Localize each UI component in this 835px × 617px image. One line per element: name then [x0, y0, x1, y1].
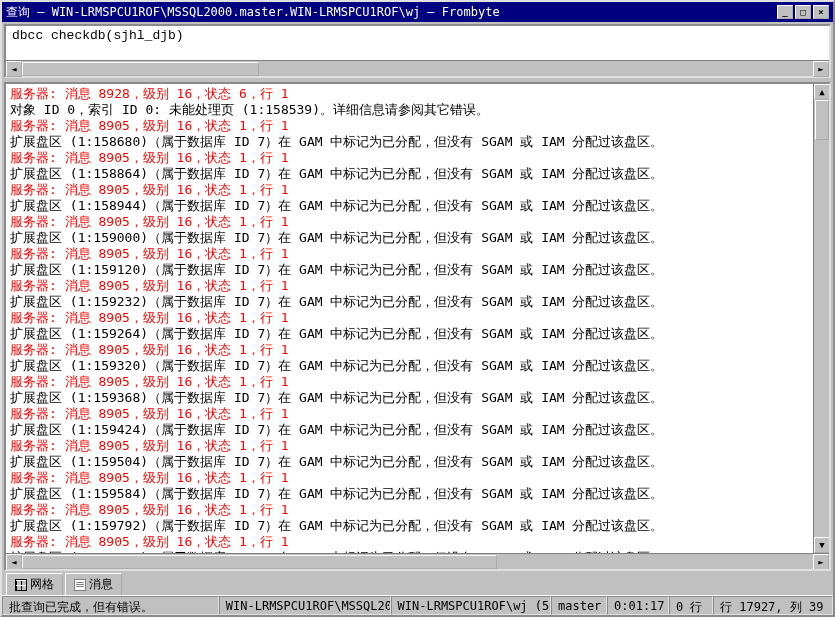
status-rows: 0 行: [669, 596, 713, 615]
results-pane: 服务器: 消息 8928，级别 16，状态 6，行 1对象 ID 0，索引 ID…: [4, 82, 831, 571]
titlebar[interactable]: 查询 — WIN-LRMSPCU1ROF\MSSQL2000.master.WI…: [2, 2, 833, 22]
message-line: 扩展盘区 (1:159584)（属于数据库 ID 7）在 GAM 中标记为已分配…: [10, 486, 825, 502]
message-line: 扩展盘区 (1:158944)（属于数据库 ID 7）在 GAM 中标记为已分配…: [10, 198, 825, 214]
scroll-right-icon[interactable]: ►: [813, 61, 829, 77]
scroll-up-icon[interactable]: ▲: [814, 84, 830, 100]
scroll-left-icon[interactable]: ◄: [6, 554, 22, 570]
tab-grid-label: 网格: [30, 576, 54, 593]
window-buttons: _ □ ×: [777, 5, 829, 19]
status-user: WIN-LRMSPCU1ROF\wj (52): [391, 596, 551, 615]
minimize-button[interactable]: _: [777, 5, 793, 19]
tab-grid[interactable]: 网格: [6, 573, 63, 595]
maximize-button[interactable]: □: [795, 5, 811, 19]
message-line: 服务器: 消息 8905，级别 16，状态 1，行 1: [10, 438, 825, 454]
message-line: 服务器: 消息 8928，级别 16，状态 6，行 1: [10, 86, 825, 102]
scroll-thumb[interactable]: [22, 62, 259, 76]
message-line: 服务器: 消息 8905，级别 16，状态 1，行 1: [10, 406, 825, 422]
grid-icon: [15, 579, 27, 591]
message-line: 服务器: 消息 8905，级别 16，状态 1，行 1: [10, 118, 825, 134]
message-line: 对象 ID 0，索引 ID 0: 未能处理页 (1:158539)。详细信息请参…: [10, 102, 825, 118]
scroll-thumb[interactable]: [22, 555, 497, 569]
message-line: 扩展盘区 (1:158680)（属于数据库 ID 7）在 GAM 中标记为已分配…: [10, 134, 825, 150]
scroll-left-icon[interactable]: ◄: [6, 61, 22, 77]
message-line: 服务器: 消息 8905，级别 16，状态 1，行 1: [10, 246, 825, 262]
tab-messages-label: 消息: [89, 576, 113, 593]
message-line: 扩展盘区 (1:159424)（属于数据库 ID 7）在 GAM 中标记为已分配…: [10, 422, 825, 438]
messages-icon: [74, 579, 86, 591]
message-line: 扩展盘区 (1:158864)（属于数据库 ID 7）在 GAM 中标记为已分配…: [10, 166, 825, 182]
statusbar: 批查询已完成，但有错误。 WIN-LRMSPCU1ROF\MSSQL2000 W…: [2, 595, 833, 615]
status-server: WIN-LRMSPCU1ROF\MSSQL2000: [219, 596, 391, 615]
scroll-down-icon[interactable]: ▼: [814, 537, 830, 553]
results-vscrollbar[interactable]: ▲ ▼: [813, 84, 829, 553]
scroll-track[interactable]: [22, 554, 813, 570]
message-line: 服务器: 消息 8905，级别 16，状态 1，行 1: [10, 150, 825, 166]
vscroll-thumb[interactable]: [815, 100, 829, 140]
editor-hscrollbar[interactable]: ◄ ►: [6, 60, 829, 76]
status-db: master: [551, 596, 607, 615]
query-window: 查询 — WIN-LRMSPCU1ROF\MSSQL2000.master.WI…: [0, 0, 835, 617]
results-hscrollbar[interactable]: ◄ ►: [6, 553, 829, 569]
message-line: 服务器: 消息 8905，级别 16，状态 1，行 1: [10, 470, 825, 486]
message-line: 扩展盘区 (1:159320)（属于数据库 ID 7）在 GAM 中标记为已分配…: [10, 358, 825, 374]
message-line: 扩展盘区 (1:159120)（属于数据库 ID 7）在 GAM 中标记为已分配…: [10, 262, 825, 278]
message-line: 服务器: 消息 8905，级别 16，状态 1，行 1: [10, 502, 825, 518]
message-line: 服务器: 消息 8905，级别 16，状态 1，行 1: [10, 374, 825, 390]
message-line: 扩展盘区 (1:159264)（属于数据库 ID 7）在 GAM 中标记为已分配…: [10, 326, 825, 342]
message-line: 扩展盘区 (1:159000)（属于数据库 ID 7）在 GAM 中标记为已分配…: [10, 230, 825, 246]
messages-output[interactable]: 服务器: 消息 8928，级别 16，状态 6，行 1对象 ID 0，索引 ID…: [6, 84, 829, 553]
status-time: 0:01:17: [607, 596, 669, 615]
message-line: 扩展盘区 (1:159232)（属于数据库 ID 7）在 GAM 中标记为已分配…: [10, 294, 825, 310]
message-line: 服务器: 消息 8905，级别 16，状态 1，行 1: [10, 182, 825, 198]
close-button[interactable]: ×: [813, 5, 829, 19]
message-line: 扩展盘区 (1:159504)（属于数据库 ID 7）在 GAM 中标记为已分配…: [10, 454, 825, 470]
message-line: 服务器: 消息 8905，级别 16，状态 1，行 1: [10, 214, 825, 230]
results-tabs: 网格 消息: [2, 573, 833, 595]
vscroll-track[interactable]: [814, 100, 829, 537]
window-title: 查询 — WIN-LRMSPCU1ROF\MSSQL2000.master.WI…: [6, 4, 500, 21]
scroll-track[interactable]: [22, 61, 813, 77]
message-line: 服务器: 消息 8905，级别 16，状态 1，行 1: [10, 534, 825, 550]
message-line: 扩展盘区 (1:159792)（属于数据库 ID 7）在 GAM 中标记为已分配…: [10, 518, 825, 534]
message-line: 服务器: 消息 8905，级别 16，状态 1，行 1: [10, 278, 825, 294]
sql-editor[interactable]: dbcc checkdb(sjhl_djb): [6, 26, 829, 60]
sql-editor-pane: dbcc checkdb(sjhl_djb) ◄ ►: [4, 24, 831, 78]
message-line: 服务器: 消息 8905，级别 16，状态 1，行 1: [10, 310, 825, 326]
message-line: 服务器: 消息 8905，级别 16，状态 1，行 1: [10, 342, 825, 358]
message-line: 扩展盘区 (1:159368)（属于数据库 ID 7）在 GAM 中标记为已分配…: [10, 390, 825, 406]
tab-messages[interactable]: 消息: [65, 573, 122, 595]
status-cursor: 行 17927, 列 39: [713, 596, 833, 615]
scroll-right-icon[interactable]: ►: [813, 554, 829, 570]
status-text: 批查询已完成，但有错误。: [2, 596, 219, 615]
